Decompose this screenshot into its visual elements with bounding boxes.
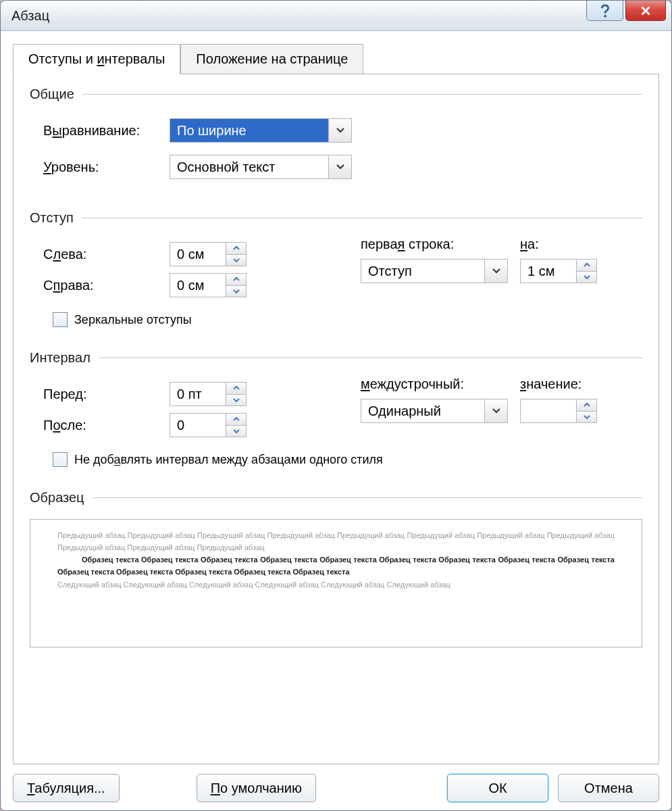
chevron-down-icon xyxy=(492,408,501,414)
line-header-row: междустрочный: значение: xyxy=(361,376,642,392)
before-spin-down[interactable] xyxy=(226,395,246,406)
default-button[interactable]: По умолчанию xyxy=(197,774,316,802)
chevron-down-icon xyxy=(232,257,240,263)
row-left: Слева: 0 см xyxy=(43,242,334,266)
tabs-button-label: Табуляция... xyxy=(27,781,105,796)
footer: Табуляция... По умолчанию ОК Отмена xyxy=(13,774,659,802)
right-value: 0 см xyxy=(170,274,226,297)
alignment-combo[interactable]: По ширине xyxy=(170,118,352,143)
before-spin-up[interactable] xyxy=(226,383,246,395)
row-after: После: 0 xyxy=(43,413,334,437)
at-label: значение: xyxy=(520,376,581,392)
group-general: Общие xyxy=(30,87,642,102)
group-preview: Образец xyxy=(30,490,642,506)
chevron-down-icon xyxy=(336,127,345,134)
after-spin-down[interactable] xyxy=(226,426,246,437)
line-combo[interactable]: Одинарный xyxy=(361,399,508,423)
tab-indents[interactable]: Отступы и интервалы xyxy=(13,44,180,74)
tab-indents-label: Отступы и интервалы xyxy=(28,51,165,66)
preview-prev: Предыдущий абзац Предыдущий абзац Предыд… xyxy=(57,531,615,551)
chevron-up-icon xyxy=(232,245,240,251)
first-line-dropdown-button[interactable] xyxy=(484,260,507,282)
line-dropdown-button[interactable] xyxy=(484,399,507,422)
first-line-combo[interactable]: Отступ xyxy=(361,259,508,283)
dialog-window: Абзац Отступы и интервалы Положение на с… xyxy=(0,0,672,811)
tabs-button[interactable]: Табуляция... xyxy=(13,774,120,802)
right-label: Справа: xyxy=(43,278,161,293)
at-value xyxy=(521,399,576,422)
chevron-up-icon xyxy=(232,416,240,422)
alignment-value: По ширине xyxy=(170,119,328,142)
right-spin[interactable]: 0 см xyxy=(170,273,247,297)
chevron-down-icon xyxy=(336,164,345,170)
chevron-down-icon xyxy=(232,397,240,403)
before-spin[interactable]: 0 пт xyxy=(170,382,247,406)
at-spin-up[interactable] xyxy=(577,399,596,412)
group-spacing: Интервал xyxy=(30,350,642,366)
ok-button-label: ОК xyxy=(488,781,507,796)
after-spin-up[interactable] xyxy=(226,414,246,426)
level-label: Уровень: xyxy=(43,159,161,175)
ok-button[interactable]: ОК xyxy=(447,774,548,802)
help-icon xyxy=(598,3,613,18)
chevron-down-icon xyxy=(232,289,240,294)
chevron-down-icon xyxy=(583,414,591,420)
right-spin-up[interactable] xyxy=(226,274,246,286)
close-button[interactable] xyxy=(625,1,666,21)
window-title: Абзац xyxy=(11,8,49,24)
default-button-label: По умолчанию xyxy=(211,781,302,796)
at-spin-down[interactable] xyxy=(577,412,596,423)
mirror-checkbox[interactable] xyxy=(53,312,68,327)
by-value: 1 см xyxy=(521,260,576,282)
left-spin-up[interactable] xyxy=(226,243,246,255)
chevron-down-icon xyxy=(492,268,501,274)
chevron-down-icon xyxy=(232,428,240,434)
first-line-value: Отступ xyxy=(361,260,484,282)
indent-grid: Слева: 0 см Справа: 0 см xyxy=(43,237,642,304)
row-alignment: Выравнивание: По ширине xyxy=(43,118,642,143)
preview-box: Предыдущий абзац Предыдущий абзац Предыд… xyxy=(30,519,642,647)
by-spin-down[interactable] xyxy=(577,272,596,283)
after-label: После: xyxy=(43,418,161,433)
preview-sample: Образец текста Образец текста Образец те… xyxy=(57,554,615,578)
left-value: 0 см xyxy=(170,243,226,266)
before-value: 0 пт xyxy=(170,383,226,406)
first-line-label: первая строка: xyxy=(361,237,508,252)
row-dont-add: Не добавлять интервал между абзацами одн… xyxy=(53,452,642,467)
chevron-up-icon xyxy=(232,385,240,391)
line-label: междустрочный: xyxy=(361,376,508,392)
spacing-grid: Перед: 0 пт После: 0 xyxy=(43,376,642,444)
by-spin-up[interactable] xyxy=(577,260,596,272)
after-spin[interactable]: 0 xyxy=(170,413,247,437)
dont-add-label: Не добавлять интервал между абзацами одн… xyxy=(74,453,383,467)
svg-point-0 xyxy=(604,14,606,17)
line-value-row: Одинарный xyxy=(361,399,642,423)
by-label: на: xyxy=(520,237,539,252)
right-spin-down[interactable] xyxy=(226,286,246,297)
help-button[interactable] xyxy=(586,1,623,21)
level-dropdown-button[interactable] xyxy=(328,155,351,178)
tab-position[interactable]: Положение на странице xyxy=(180,44,363,74)
group-indent: Отступ xyxy=(30,210,642,226)
level-value: Основной текст xyxy=(170,155,328,178)
level-combo[interactable]: Основной текст xyxy=(170,155,352,179)
alignment-label: Выравнивание: xyxy=(43,123,161,139)
first-line-value-row: Отступ 1 см xyxy=(361,259,642,283)
by-spin[interactable]: 1 см xyxy=(520,259,597,283)
left-spin[interactable]: 0 см xyxy=(170,242,247,266)
dont-add-checkbox[interactable] xyxy=(53,452,68,467)
titlebar: Абзац xyxy=(1,1,671,31)
before-label: Перед: xyxy=(43,387,161,402)
line-value: Одинарный xyxy=(361,399,484,422)
chevron-up-icon xyxy=(583,402,591,408)
cancel-button[interactable]: Отмена xyxy=(558,774,659,802)
left-spin-down[interactable] xyxy=(226,255,246,266)
row-right: Справа: 0 см xyxy=(43,273,334,297)
mirror-label: Зеркальные отступы xyxy=(74,313,192,327)
alignment-dropdown-button[interactable] xyxy=(328,119,351,142)
preview-next: Следующий абзац Следующий абзац Следующи… xyxy=(57,581,450,589)
at-spin[interactable] xyxy=(520,399,597,423)
first-line-header-row: первая строка: на: xyxy=(361,237,642,252)
dialog-content: Отступы и интервалы Положение на страниц… xyxy=(1,31,671,810)
cancel-button-label: Отмена xyxy=(584,781,633,796)
